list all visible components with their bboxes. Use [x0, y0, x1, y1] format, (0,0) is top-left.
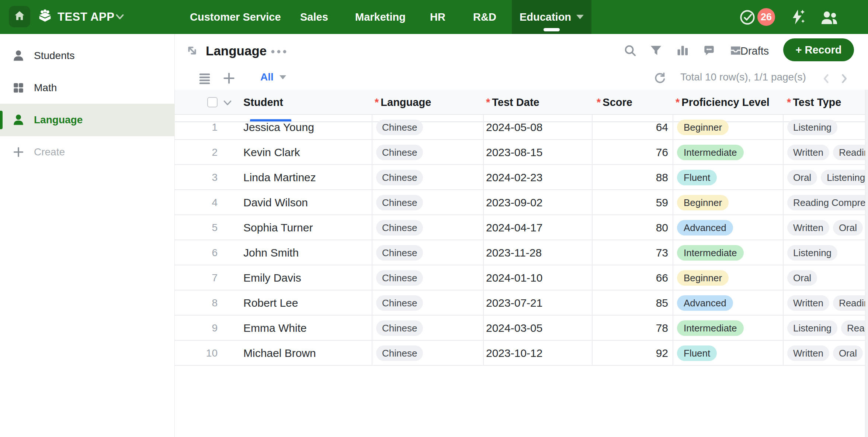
cell-test-date[interactable]: 2024-02-23: [486, 165, 542, 190]
cell-score[interactable]: 88: [595, 165, 668, 190]
add-record-button[interactable]: + Record: [783, 38, 854, 61]
cell-score[interactable]: 80: [595, 215, 668, 240]
nav-tab-hr[interactable]: HR: [430, 0, 445, 34]
cell-student[interactable]: Linda Martinez: [243, 165, 316, 190]
home-button[interactable]: [9, 6, 30, 27]
chart-icon[interactable]: [676, 44, 690, 59]
filter-icon[interactable]: [649, 44, 663, 59]
app-switcher-chevron-icon[interactable]: [115, 13, 125, 22]
collaborators-icon[interactable]: [820, 10, 839, 27]
add-view-icon[interactable]: [222, 71, 236, 87]
column-header-language[interactable]: *Language: [375, 90, 431, 115]
cell-proficiency-level[interactable]: Fluent: [677, 345, 717, 361]
cell-language[interactable]: Chinese: [376, 220, 423, 235]
column-header-test-date[interactable]: *Test Date: [486, 90, 539, 115]
prev-page-icon[interactable]: [820, 72, 833, 86]
sidebar-item-language[interactable]: Language: [0, 104, 175, 136]
sidebar-item-students[interactable]: Students: [0, 39, 175, 72]
cell-proficiency-level[interactable]: Intermediate: [677, 320, 744, 336]
cell-test-date[interactable]: 2023-11-28: [486, 240, 542, 265]
cell-test-date[interactable]: 2023-07-21: [486, 290, 542, 316]
view-list-icon[interactable]: [198, 71, 212, 87]
cell-score[interactable]: 85: [595, 290, 668, 316]
cell-test-type[interactable]: WrittenReading: [787, 295, 865, 311]
cell-student[interactable]: Sophia Turner: [243, 215, 313, 240]
column-header-student[interactable]: Student: [243, 90, 283, 115]
cell-test-type[interactable]: WrittenOral: [787, 220, 863, 235]
cell-score[interactable]: 78: [595, 316, 668, 341]
cell-proficiency-level[interactable]: Intermediate: [677, 245, 744, 261]
cell-proficiency-level[interactable]: Beginner: [677, 120, 729, 135]
select-all-checkbox[interactable]: [207, 97, 218, 107]
cell-proficiency-level[interactable]: Beginner: [677, 270, 729, 286]
cell-test-date[interactable]: 2024-03-05: [486, 316, 542, 341]
tasks-check-icon[interactable]: [739, 9, 756, 27]
cell-language[interactable]: Chinese: [376, 195, 423, 210]
ai-sparkle-icon[interactable]: [788, 8, 806, 27]
scrollbar-track[interactable]: [865, 90, 868, 437]
view-tab-chevron-icon[interactable]: [280, 75, 286, 79]
comment-icon[interactable]: [702, 44, 716, 59]
cell-language[interactable]: Chinese: [376, 245, 423, 261]
view-tab-all[interactable]: All: [260, 66, 274, 89]
cell-score[interactable]: 76: [595, 140, 668, 165]
cell-proficiency-level[interactable]: Advanced: [677, 220, 733, 235]
row-options-chevron-icon[interactable]: [222, 99, 233, 109]
cell-test-date[interactable]: 2023-10-12: [486, 341, 542, 366]
cell-test-date[interactable]: 2024-04-17: [486, 215, 542, 240]
cell-language[interactable]: Chinese: [376, 345, 423, 361]
cell-test-type[interactable]: WrittenReading: [787, 145, 865, 160]
app-title[interactable]: TEST APP: [58, 0, 114, 34]
cell-language[interactable]: Chinese: [376, 295, 423, 311]
search-icon[interactable]: [623, 44, 637, 59]
cell-language[interactable]: Chinese: [376, 120, 423, 135]
column-header-score[interactable]: *Score: [597, 90, 632, 115]
cell-test-type[interactable]: Listening: [787, 245, 837, 261]
nav-tab-education[interactable]: Education: [512, 0, 591, 34]
cell-score[interactable]: 64: [595, 115, 668, 140]
cell-proficiency-level[interactable]: Intermediate: [677, 145, 744, 160]
cell-proficiency-level[interactable]: Advanced: [677, 295, 733, 311]
column-header-proficiency-level[interactable]: *Proficiency Level: [676, 90, 770, 115]
nav-tab-customer-service[interactable]: Customer Service: [190, 0, 281, 34]
cell-test-date[interactable]: 2023-09-02: [486, 190, 542, 215]
cell-test-date[interactable]: 2023-08-15: [486, 140, 542, 165]
cell-language[interactable]: Chinese: [376, 270, 423, 286]
create-table-button[interactable]: Create: [0, 136, 175, 168]
cell-student[interactable]: Jessica Young: [243, 115, 314, 140]
nav-tab-r-d[interactable]: R&D: [473, 0, 496, 34]
drafts-label[interactable]: Drafts: [740, 34, 769, 66]
nav-tab-sales[interactable]: Sales: [300, 0, 328, 34]
cell-test-type[interactable]: Reading Comprehension: [787, 195, 865, 210]
cell-test-type[interactable]: Oral: [787, 270, 817, 286]
cell-student[interactable]: Emily Davis: [243, 265, 301, 290]
cell-score[interactable]: 92: [595, 341, 668, 366]
cell-test-date[interactable]: 2024-05-08: [486, 115, 542, 140]
cell-language[interactable]: Chinese: [376, 145, 423, 160]
notification-badge[interactable]: 26: [757, 8, 775, 26]
cell-proficiency-level[interactable]: Beginner: [677, 195, 729, 210]
cell-language[interactable]: Chinese: [376, 320, 423, 336]
cell-student[interactable]: Robert Lee: [243, 290, 298, 316]
cell-score[interactable]: 66: [595, 265, 668, 290]
expand-icon[interactable]: [185, 44, 199, 59]
cell-test-type[interactable]: WrittenOral: [787, 345, 863, 361]
cell-student[interactable]: Michael Brown: [243, 341, 316, 366]
column-header-test-type[interactable]: *Test Type: [787, 90, 841, 115]
refresh-icon[interactable]: [653, 71, 667, 87]
cell-language[interactable]: Chinese: [376, 170, 423, 185]
cell-student[interactable]: Kevin Clark: [243, 140, 300, 165]
next-page-icon[interactable]: [838, 72, 850, 86]
cell-test-date[interactable]: 2024-01-10: [486, 265, 542, 290]
cell-test-type[interactable]: Listening: [787, 120, 837, 135]
table-more-icon[interactable]: [271, 49, 288, 55]
sidebar-item-math[interactable]: Math: [0, 72, 175, 104]
cell-score[interactable]: 73: [595, 240, 668, 265]
cell-test-type[interactable]: OralListening: [787, 170, 865, 185]
cell-student[interactable]: John Smith: [243, 240, 299, 265]
cell-score[interactable]: 59: [595, 190, 668, 215]
cell-test-type[interactable]: ListeningReading: [787, 320, 865, 336]
nav-tab-marketing[interactable]: Marketing: [355, 0, 406, 34]
cell-student[interactable]: Emma White: [243, 316, 307, 341]
cell-student[interactable]: David Wilson: [243, 190, 308, 215]
